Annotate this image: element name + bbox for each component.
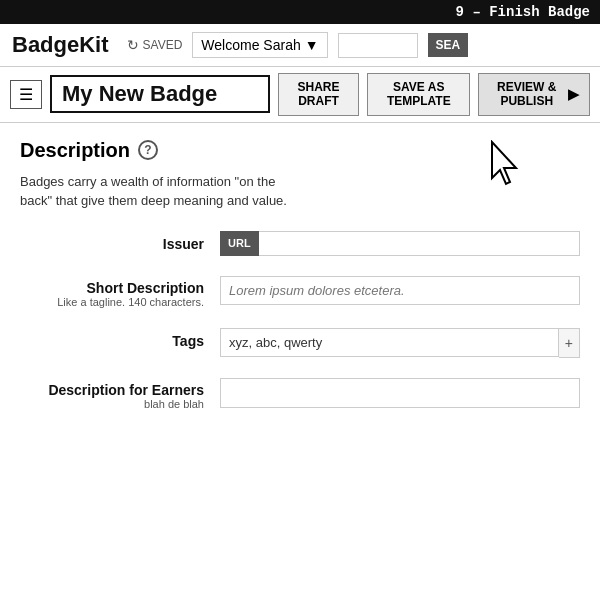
- logo: BadgeKit: [12, 32, 109, 58]
- short-description-row: Short Description Like a tagline. 140 ch…: [20, 276, 580, 308]
- issuer-label: Issuer: [20, 231, 220, 253]
- review-publish-button[interactable]: REVIEW & PUBLISH: [478, 73, 590, 116]
- welcome-dropdown[interactable]: Welcome Sarah ▼: [192, 32, 327, 58]
- refresh-icon: ↻: [127, 37, 139, 53]
- top-bar: 9 – Finish Badge: [0, 0, 600, 24]
- description-heading: Description: [20, 139, 130, 162]
- tags-add-button[interactable]: +: [559, 328, 580, 358]
- tags-input[interactable]: [220, 328, 559, 357]
- nav-bar: ☰ SHARE DRAFT SAVE AS TEMPLATE REVIEW & …: [0, 67, 600, 123]
- short-description-input[interactable]: [220, 276, 580, 305]
- earners-field: [220, 378, 580, 408]
- short-description-field: [220, 276, 580, 305]
- search-button[interactable]: SEA: [428, 33, 469, 57]
- section-title: Description ?: [20, 139, 580, 162]
- short-description-label: Short Description Like a tagline. 140 ch…: [20, 276, 220, 308]
- hamburger-button[interactable]: ☰: [10, 80, 42, 109]
- saved-indicator: ↻ SAVED: [127, 37, 183, 53]
- earners-input[interactable]: [220, 378, 580, 408]
- welcome-label: Welcome Sarah: [201, 37, 300, 53]
- saved-label: SAVED: [143, 38, 183, 52]
- chevron-down-icon: ▼: [305, 37, 319, 53]
- badge-title-input[interactable]: [50, 75, 270, 113]
- tags-label: Tags: [20, 328, 220, 350]
- issuer-field: URL: [220, 231, 580, 256]
- top-bar-label: 9 – Finish Badge: [456, 4, 590, 20]
- issuer-row: Issuer URL: [20, 231, 580, 256]
- search-input[interactable]: [338, 33, 418, 58]
- main-content: Description ? Badges carry a wealth of i…: [0, 123, 600, 446]
- header: BadgeKit ↻ SAVED Welcome Sarah ▼ SEA: [0, 24, 600, 67]
- issuer-input[interactable]: [259, 231, 580, 256]
- help-icon[interactable]: ?: [138, 140, 158, 160]
- tags-row: Tags +: [20, 328, 580, 358]
- save-as-template-button[interactable]: SAVE AS TEMPLATE: [367, 73, 470, 116]
- tags-field: +: [220, 328, 580, 358]
- description-body: Badges carry a wealth of information "on…: [20, 172, 300, 211]
- earners-label: Description for Earners blah de blah: [20, 378, 220, 410]
- earners-row: Description for Earners blah de blah: [20, 378, 580, 410]
- url-tab-button[interactable]: URL: [220, 231, 259, 256]
- share-draft-button[interactable]: SHARE DRAFT: [278, 73, 359, 116]
